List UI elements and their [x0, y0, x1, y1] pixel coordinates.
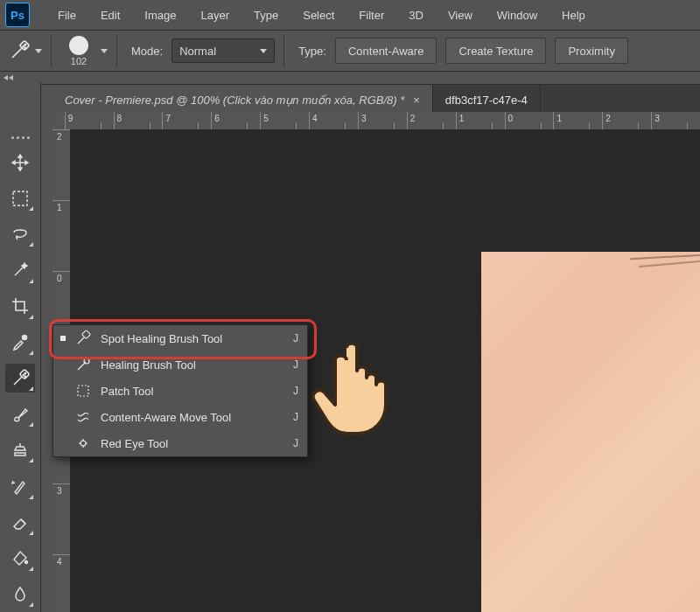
svg-point-8 [24, 372, 25, 373]
flyout-item-shortcut: J [293, 385, 298, 397]
brush-preset-picker[interactable]: 102 [60, 36, 97, 66]
mode-value: Normal [179, 45, 216, 58]
menu-select[interactable]: Select [290, 0, 346, 30]
svg-rect-11 [82, 330, 91, 338]
tool-panel [0, 82, 41, 612]
canvas[interactable] [481, 252, 700, 612]
blur-icon [11, 585, 29, 602]
menu-help[interactable]: Help [550, 0, 598, 30]
flyout-item-content-aware-move[interactable]: Content-Aware Move Tool J [53, 404, 307, 430]
menu-window[interactable]: Window [485, 0, 550, 30]
collapse-strip[interactable] [0, 72, 700, 85]
svg-point-5 [23, 336, 27, 340]
separator [51, 34, 52, 67]
chevron-down-icon [35, 49, 42, 53]
document-tabs: Cover - Premiere.psd @ 100% (Click vào m… [52, 85, 700, 115]
magic-wand-tool[interactable] [5, 255, 35, 284]
flyout-item-healing-brush[interactable]: Healing Brush Tool J [53, 351, 307, 378]
clone-stamp-tool[interactable] [5, 435, 35, 464]
blur-tool[interactable] [5, 580, 35, 609]
separator [284, 34, 284, 67]
healing-tools-flyout: Spot Healing Brush Tool J Healing Brush … [52, 324, 308, 457]
separator [116, 34, 117, 67]
svg-point-10 [25, 561, 28, 564]
lasso-tool[interactable] [5, 219, 35, 248]
document-tab[interactable]: dfb3cf17-c47e-4 [433, 85, 541, 115]
content-aware-move-icon [74, 408, 92, 426]
svg-point-3 [24, 47, 26, 49]
flyout-item-label: Patch Tool [101, 385, 284, 398]
flyout-item-red-eye[interactable]: Red Eye Tool J [53, 430, 307, 456]
flyout-item-shortcut: J [293, 411, 298, 423]
svg-point-7 [23, 374, 24, 375]
flyout-item-shortcut: J [293, 358, 298, 371]
crop-icon [10, 296, 30, 316]
svg-point-12 [84, 358, 89, 364]
flyout-item-patch[interactable]: Patch Tool J [53, 378, 307, 404]
menu-layer[interactable]: Layer [189, 0, 242, 30]
svg-rect-13 [78, 386, 88, 396]
menu-type[interactable]: Type [242, 0, 290, 30]
document-tab-title: Cover - Premiere.psd @ 100% (Click vào m… [65, 94, 404, 107]
paint-bucket-icon [11, 549, 29, 567]
move-icon [10, 153, 30, 172]
lasso-icon [10, 225, 30, 244]
flyout-item-label: Spot Healing Brush Tool [101, 332, 284, 345]
svg-point-1 [23, 45, 24, 47]
chevron-down-icon [260, 49, 267, 53]
menu-file[interactable]: File [46, 0, 88, 30]
eyedropper-tool[interactable] [5, 328, 35, 357]
mode-label: Mode: [131, 45, 163, 58]
spot-healing-brush-icon [7, 38, 32, 63]
svg-point-2 [24, 44, 26, 45]
menu-filter[interactable]: Filter [346, 0, 396, 30]
chevron-down-icon[interactable] [101, 49, 108, 53]
brush-tool[interactable] [5, 400, 35, 428]
type-content-aware-button[interactable]: Content-Aware [335, 38, 437, 64]
clone-stamp-icon [10, 441, 30, 460]
menu-3d[interactable]: 3D [396, 0, 436, 30]
ruler-horizontal[interactable]: 9 8 7 6 5 4 3 2 1 0 1 2 3 [52, 112, 700, 130]
menu-edit[interactable]: Edit [88, 0, 132, 30]
eyedropper-icon [10, 332, 30, 351]
move-tool[interactable] [5, 148, 35, 177]
mode-select[interactable]: Normal [172, 38, 275, 63]
options-bar: 102 Mode: Normal Type: Content-Aware Cre… [0, 31, 700, 72]
spot-healing-brush-icon [74, 330, 92, 347]
tool-preset-picker[interactable] [7, 38, 42, 63]
flyout-item-shortcut: J [293, 332, 298, 344]
flyout-item-spot-healing-brush[interactable]: Spot Healing Brush Tool J [53, 325, 307, 351]
brush-icon [10, 405, 30, 424]
history-brush-tool[interactable] [5, 471, 35, 500]
close-icon[interactable]: × [413, 94, 420, 107]
photoshop-logo: Ps [5, 3, 30, 27]
flyout-item-label: Healing Brush Tool [101, 358, 284, 372]
flyout-item-label: Content-Aware Move Tool [101, 411, 284, 424]
collapse-arrows-icon [4, 75, 8, 80]
eraser-icon [10, 512, 30, 532]
brush-preview-icon [69, 36, 88, 55]
gradient-tool[interactable] [5, 544, 35, 573]
svg-rect-4 [13, 191, 27, 205]
spot-healing-brush-icon [10, 368, 31, 389]
menu-view[interactable]: View [436, 0, 485, 30]
tool-panel-grip[interactable] [11, 136, 30, 139]
magic-wand-icon [10, 261, 30, 280]
history-brush-icon [10, 476, 30, 496]
crop-tool[interactable] [5, 292, 35, 321]
marquee-icon [11, 190, 29, 207]
type-label: Type: [298, 45, 326, 58]
marquee-tool[interactable] [5, 184, 35, 212]
patch-icon [74, 382, 92, 400]
eraser-tool[interactable] [5, 508, 35, 537]
type-proximity-button[interactable]: Proximity [555, 38, 627, 64]
brush-size-value: 102 [71, 56, 87, 66]
document-tab-title: dfb3cf17-c47e-4 [445, 94, 528, 107]
spot-healing-brush-tool[interactable] [5, 364, 35, 393]
menu-image[interactable]: Image [132, 0, 188, 30]
type-create-texture-button[interactable]: Create Texture [445, 38, 546, 64]
svg-point-9 [24, 376, 25, 377]
current-indicator [60, 336, 66, 341]
document-tab[interactable]: Cover - Premiere.psd @ 100% (Click vào m… [52, 85, 433, 115]
menu-bar: Ps File Edit Image Layer Type Select Fil… [0, 0, 700, 31]
